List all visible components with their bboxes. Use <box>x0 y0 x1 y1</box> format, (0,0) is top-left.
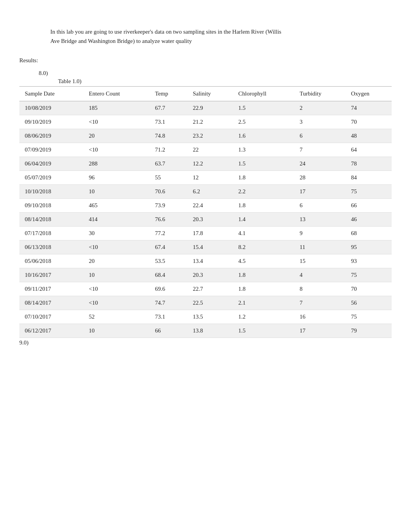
data-table: Sample DateEntero CountTempSalinityChlor… <box>19 86 392 338</box>
table-cell: 12.2 <box>187 157 233 171</box>
table-header-cell: Chlorophyll <box>233 87 294 101</box>
table-cell: 17 <box>294 324 346 338</box>
table-cell: 17.8 <box>187 227 233 240</box>
table-cell: 68 <box>346 227 392 240</box>
table-cell: 1.5 <box>233 324 294 338</box>
table-cell: 15.4 <box>187 240 233 254</box>
table-cell: 10 <box>84 268 150 282</box>
table-cell: 15 <box>294 254 346 268</box>
table-cell: <10 <box>84 296 150 310</box>
table-cell: 08/06/2019 <box>19 129 84 143</box>
table-cell: 78 <box>346 157 392 171</box>
table-cell: 74 <box>346 101 392 115</box>
table-cell: 06/04/2019 <box>19 157 84 171</box>
table-cell: 16 <box>294 310 346 324</box>
table-cell: 79 <box>346 324 392 338</box>
table-cell: 17 <box>294 185 346 199</box>
table-cell: 70 <box>346 282 392 296</box>
table-cell: 30 <box>84 227 150 240</box>
table-row: 10/08/201918567.722.91.5274 <box>19 101 392 115</box>
table-cell: 06/12/2017 <box>19 324 84 338</box>
table-header-cell: Turbidity <box>294 87 346 101</box>
table-row: 05/07/20199655121.82884 <box>19 171 392 185</box>
table-cell: 1.6 <box>233 129 294 143</box>
table-cell: 22.4 <box>187 199 233 213</box>
table-cell: 48 <box>346 129 392 143</box>
table-cell: 1.2 <box>233 310 294 324</box>
table-cell: 67.7 <box>150 101 188 115</box>
table-cell: 1.3 <box>233 143 294 157</box>
table-cell: 52 <box>84 310 150 324</box>
table-cell: <10 <box>84 282 150 296</box>
table-header-cell: Oxygen <box>346 87 392 101</box>
table-cell: 07/09/2019 <box>19 143 84 157</box>
table-cell: 1.8 <box>233 199 294 213</box>
table-cell: 22.5 <box>187 296 233 310</box>
table-cell: 06/13/2018 <box>19 240 84 254</box>
table-row: 07/09/2019<1071.2221.3764 <box>19 143 392 157</box>
table-cell: 3 <box>294 115 346 129</box>
table-cell: 2.1 <box>233 296 294 310</box>
table-cell: 84 <box>346 171 392 185</box>
table-cell: 10/10/2018 <box>19 185 84 199</box>
table-cell: 13.8 <box>187 324 233 338</box>
table-cell: 46 <box>346 213 392 227</box>
table-cell: 465 <box>84 199 150 213</box>
table-cell: 09/10/2018 <box>19 199 84 213</box>
section-9-label: 9.0) <box>19 339 392 346</box>
table-cell: 10/08/2019 <box>19 101 84 115</box>
table-cell: 4.5 <box>233 254 294 268</box>
table-cell: 22.9 <box>187 101 233 115</box>
table-row: 06/13/2018<1067.415.48.21195 <box>19 240 392 254</box>
table-row: 10/16/20171068.420.31.8475 <box>19 268 392 282</box>
table-cell: 21.2 <box>187 115 233 129</box>
table-cell: 08/14/2018 <box>19 213 84 227</box>
section-8-label: 8.0) <box>39 70 392 77</box>
table-cell: 93 <box>346 254 392 268</box>
table-row: 05/06/20182053.513.44.51593 <box>19 254 392 268</box>
table-cell: 1.8 <box>233 171 294 185</box>
table-header-row: Sample DateEntero CountTempSalinityChlor… <box>19 87 392 101</box>
table-cell: 414 <box>84 213 150 227</box>
table-cell: 63.7 <box>150 157 188 171</box>
table-cell: 2 <box>294 101 346 115</box>
table-cell: 4 <box>294 268 346 282</box>
table-row: 08/14/201841476.620.31.41346 <box>19 213 392 227</box>
table-cell: 53.5 <box>150 254 188 268</box>
table-cell: 74.8 <box>150 129 188 143</box>
table-cell: 24 <box>294 157 346 171</box>
table-row: 07/10/20175273.113.51.21675 <box>19 310 392 324</box>
table-cell: 75 <box>346 310 392 324</box>
intro-text: In this lab you are going to use riverke… <box>50 27 290 46</box>
table-cell: 10 <box>84 324 150 338</box>
table-cell: 13 <box>294 213 346 227</box>
table-row: 08/06/20192074.823.21.6648 <box>19 129 392 143</box>
table-cell: 13.4 <box>187 254 233 268</box>
table-cell: 6 <box>294 129 346 143</box>
table-cell: 05/07/2019 <box>19 171 84 185</box>
table-row: 09/11/2017<1069.622.71.8870 <box>19 282 392 296</box>
table-cell: 55 <box>150 171 188 185</box>
table-cell: 1.5 <box>233 157 294 171</box>
table-cell: 76.6 <box>150 213 188 227</box>
table-cell: 10/16/2017 <box>19 268 84 282</box>
table-cell: 13.5 <box>187 310 233 324</box>
table-header-cell: Entero Count <box>84 87 150 101</box>
table-row: 08/14/2017<1074.722.52.1756 <box>19 296 392 310</box>
table-cell: 66 <box>346 199 392 213</box>
table-body: 10/08/201918567.722.91.527409/10/2019<10… <box>19 101 392 338</box>
table-cell: 22.7 <box>187 282 233 296</box>
table-cell: 6 <box>294 199 346 213</box>
table-cell: 7 <box>294 296 346 310</box>
table-cell: 70.6 <box>150 185 188 199</box>
table-cell: 20 <box>84 254 150 268</box>
table-cell: 2.5 <box>233 115 294 129</box>
table-cell: 77.2 <box>150 227 188 240</box>
table-cell: 56 <box>346 296 392 310</box>
table-cell: <10 <box>84 143 150 157</box>
table-cell: 1.8 <box>233 282 294 296</box>
table-caption: Table 1.0) <box>58 78 392 85</box>
table-cell: 05/06/2018 <box>19 254 84 268</box>
table-cell: <10 <box>84 115 150 129</box>
table-cell: 68.4 <box>150 268 188 282</box>
